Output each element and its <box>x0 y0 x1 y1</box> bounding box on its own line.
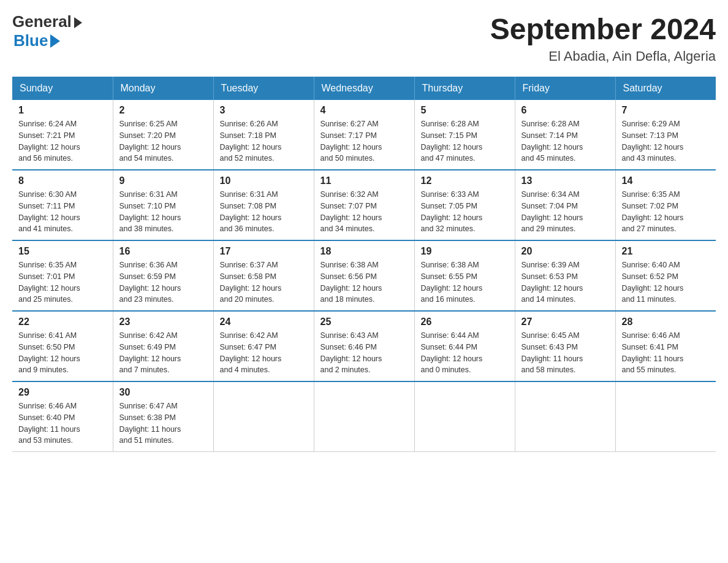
logo-blue-text: Blue <box>13 31 48 50</box>
day-number: 5 <box>421 105 509 116</box>
day-number: 4 <box>320 105 408 116</box>
day-number: 9 <box>119 175 207 186</box>
day-number: 22 <box>18 316 107 327</box>
day-info: Sunrise: 6:38 AMSunset: 6:56 PMDaylight:… <box>320 259 408 305</box>
day-info: Sunrise: 6:42 AMSunset: 6:47 PMDaylight:… <box>220 330 308 376</box>
calendar-cell: 26 Sunrise: 6:44 AMSunset: 6:44 PMDaylig… <box>414 311 515 381</box>
header-sunday: Sunday <box>12 77 113 100</box>
calendar-cell: 12 Sunrise: 6:33 AMSunset: 7:05 PMDaylig… <box>414 170 515 240</box>
calendar-cell: 20 Sunrise: 6:39 AMSunset: 6:53 PMDaylig… <box>515 240 615 311</box>
calendar-cell: 22 Sunrise: 6:41 AMSunset: 6:50 PMDaylig… <box>12 311 113 381</box>
day-info: Sunrise: 6:27 AMSunset: 7:17 PMDaylight:… <box>320 118 408 164</box>
day-info: Sunrise: 6:31 AMSunset: 7:10 PMDaylight:… <box>119 189 207 235</box>
calendar-cell: 30 Sunrise: 6:47 AMSunset: 6:38 PMDaylig… <box>113 381 213 452</box>
day-number: 13 <box>521 175 609 186</box>
calendar-cell: 15 Sunrise: 6:35 AMSunset: 7:01 PMDaylig… <box>12 240 113 311</box>
day-info: Sunrise: 6:28 AMSunset: 7:15 PMDaylight:… <box>421 118 509 164</box>
header-wednesday: Wednesday <box>314 77 414 100</box>
day-number: 2 <box>119 105 207 116</box>
calendar-cell: 27 Sunrise: 6:45 AMSunset: 6:43 PMDaylig… <box>515 311 615 381</box>
day-number: 15 <box>18 246 107 257</box>
header-tuesday: Tuesday <box>213 77 314 100</box>
logo: General Blue <box>12 12 82 50</box>
day-info: Sunrise: 6:39 AMSunset: 6:53 PMDaylight:… <box>521 259 609 305</box>
day-info: Sunrise: 6:36 AMSunset: 6:59 PMDaylight:… <box>119 259 207 305</box>
day-number: 29 <box>18 387 107 398</box>
day-info: Sunrise: 6:44 AMSunset: 6:44 PMDaylight:… <box>421 330 509 376</box>
day-info: Sunrise: 6:25 AMSunset: 7:20 PMDaylight:… <box>119 118 207 164</box>
logo-general-text: General <box>12 12 72 31</box>
day-number: 21 <box>622 246 710 257</box>
day-number: 23 <box>119 316 207 327</box>
day-info: Sunrise: 6:24 AMSunset: 7:21 PMDaylight:… <box>18 118 107 164</box>
day-info: Sunrise: 6:29 AMSunset: 7:13 PMDaylight:… <box>622 118 710 164</box>
calendar-cell: 3 Sunrise: 6:26 AMSunset: 7:18 PMDayligh… <box>213 100 314 170</box>
calendar-cell: 14 Sunrise: 6:35 AMSunset: 7:02 PMDaylig… <box>615 170 716 240</box>
calendar-week-row: 15 Sunrise: 6:35 AMSunset: 7:01 PMDaylig… <box>12 240 716 311</box>
logo-arrow-blue <box>50 34 60 48</box>
day-info: Sunrise: 6:43 AMSunset: 6:46 PMDaylight:… <box>320 330 408 376</box>
calendar-cell <box>213 381 314 452</box>
day-number: 6 <box>521 105 609 116</box>
calendar-cell: 6 Sunrise: 6:28 AMSunset: 7:14 PMDayligh… <box>515 100 615 170</box>
day-number: 11 <box>320 175 408 186</box>
header-saturday: Saturday <box>615 77 716 100</box>
day-info: Sunrise: 6:47 AMSunset: 6:38 PMDaylight:… <box>119 400 207 446</box>
day-number: 19 <box>421 246 509 257</box>
day-number: 25 <box>320 316 408 327</box>
day-number: 18 <box>320 246 408 257</box>
day-info: Sunrise: 6:26 AMSunset: 7:18 PMDaylight:… <box>220 118 308 164</box>
calendar-cell: 25 Sunrise: 6:43 AMSunset: 6:46 PMDaylig… <box>314 311 414 381</box>
calendar-cell: 8 Sunrise: 6:30 AMSunset: 7:11 PMDayligh… <box>12 170 113 240</box>
calendar-cell: 18 Sunrise: 6:38 AMSunset: 6:56 PMDaylig… <box>314 240 414 311</box>
day-info: Sunrise: 6:35 AMSunset: 7:02 PMDaylight:… <box>622 189 710 235</box>
calendar-cell: 16 Sunrise: 6:36 AMSunset: 6:59 PMDaylig… <box>113 240 213 311</box>
day-info: Sunrise: 6:45 AMSunset: 6:43 PMDaylight:… <box>521 330 609 376</box>
day-info: Sunrise: 6:46 AMSunset: 6:40 PMDaylight:… <box>18 400 107 446</box>
calendar-cell: 23 Sunrise: 6:42 AMSunset: 6:49 PMDaylig… <box>113 311 213 381</box>
calendar-cell <box>314 381 414 452</box>
calendar-cell: 13 Sunrise: 6:34 AMSunset: 7:04 PMDaylig… <box>515 170 615 240</box>
day-number: 3 <box>220 105 308 116</box>
calendar-cell: 7 Sunrise: 6:29 AMSunset: 7:13 PMDayligh… <box>615 100 716 170</box>
day-info: Sunrise: 6:41 AMSunset: 6:50 PMDaylight:… <box>18 330 107 376</box>
day-info: Sunrise: 6:31 AMSunset: 7:08 PMDaylight:… <box>220 189 308 235</box>
day-info: Sunrise: 6:30 AMSunset: 7:11 PMDaylight:… <box>18 189 107 235</box>
month-title: September 2024 <box>490 12 716 46</box>
calendar-cell <box>615 381 716 452</box>
day-info: Sunrise: 6:38 AMSunset: 6:55 PMDaylight:… <box>421 259 509 305</box>
calendar-cell: 17 Sunrise: 6:37 AMSunset: 6:58 PMDaylig… <box>213 240 314 311</box>
day-info: Sunrise: 6:42 AMSunset: 6:49 PMDaylight:… <box>119 330 207 376</box>
day-number: 1 <box>18 105 107 116</box>
calendar-cell: 4 Sunrise: 6:27 AMSunset: 7:17 PMDayligh… <box>314 100 414 170</box>
day-number: 26 <box>421 316 509 327</box>
day-number: 7 <box>622 105 710 116</box>
calendar-header-row: Sunday Monday Tuesday Wednesday Thursday… <box>12 77 716 100</box>
calendar-week-row: 22 Sunrise: 6:41 AMSunset: 6:50 PMDaylig… <box>12 311 716 381</box>
day-number: 24 <box>220 316 308 327</box>
calendar-cell: 1 Sunrise: 6:24 AMSunset: 7:21 PMDayligh… <box>12 100 113 170</box>
day-info: Sunrise: 6:34 AMSunset: 7:04 PMDaylight:… <box>521 189 609 235</box>
day-number: 8 <box>18 175 107 186</box>
header-thursday: Thursday <box>414 77 515 100</box>
calendar-week-row: 1 Sunrise: 6:24 AMSunset: 7:21 PMDayligh… <box>12 100 716 170</box>
calendar-week-row: 8 Sunrise: 6:30 AMSunset: 7:11 PMDayligh… <box>12 170 716 240</box>
day-info: Sunrise: 6:33 AMSunset: 7:05 PMDaylight:… <box>421 189 509 235</box>
calendar-cell: 19 Sunrise: 6:38 AMSunset: 6:55 PMDaylig… <box>414 240 515 311</box>
logo-arrow-dark <box>74 17 82 28</box>
day-info: Sunrise: 6:35 AMSunset: 7:01 PMDaylight:… <box>18 259 107 305</box>
day-info: Sunrise: 6:46 AMSunset: 6:41 PMDaylight:… <box>622 330 710 376</box>
calendar-cell <box>414 381 515 452</box>
calendar-cell: 2 Sunrise: 6:25 AMSunset: 7:20 PMDayligh… <box>113 100 213 170</box>
day-number: 28 <box>622 316 710 327</box>
title-section: September 2024 El Abadia, Ain Defla, Alg… <box>490 12 716 64</box>
calendar-cell: 5 Sunrise: 6:28 AMSunset: 7:15 PMDayligh… <box>414 100 515 170</box>
day-number: 10 <box>220 175 308 186</box>
day-number: 30 <box>119 387 207 398</box>
calendar-cell: 10 Sunrise: 6:31 AMSunset: 7:08 PMDaylig… <box>213 170 314 240</box>
header-friday: Friday <box>515 77 615 100</box>
location-text: El Abadia, Ain Defla, Algeria <box>490 48 716 64</box>
calendar-cell: 21 Sunrise: 6:40 AMSunset: 6:52 PMDaylig… <box>615 240 716 311</box>
calendar-cell: 29 Sunrise: 6:46 AMSunset: 6:40 PMDaylig… <box>12 381 113 452</box>
calendar-cell: 9 Sunrise: 6:31 AMSunset: 7:10 PMDayligh… <box>113 170 213 240</box>
